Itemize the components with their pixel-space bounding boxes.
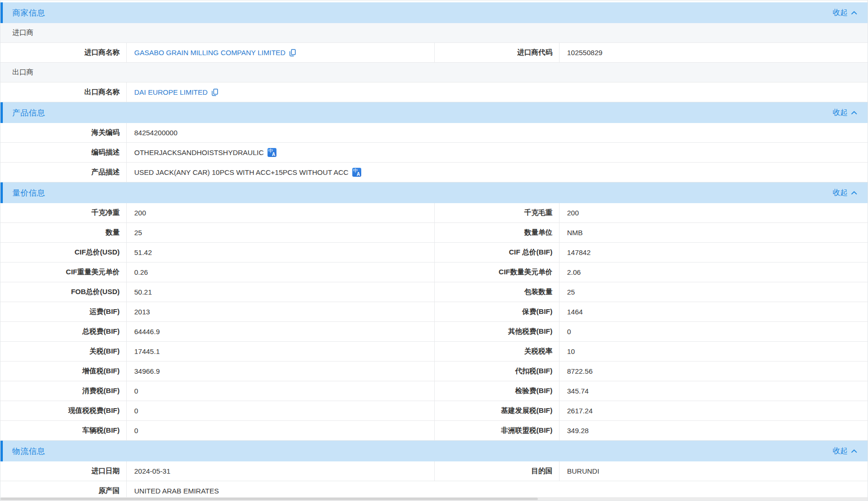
field-value: 345.74 xyxy=(567,387,589,395)
section-accent-bar xyxy=(0,182,3,203)
field-row: 增值税(BIF)34966.9代扣税(BIF)8722.56 xyxy=(0,361,868,381)
field-label: 数量单位 xyxy=(524,228,552,237)
field-row: 现值税税费(BIF)0基建发展税(BIF)2617.24 xyxy=(0,401,868,421)
field-label-cell: 关税税率 xyxy=(435,342,560,361)
translate-icon[interactable]: 中A xyxy=(352,168,361,177)
collapse-button[interactable]: 收起 xyxy=(833,188,857,198)
field-label: 编码描述 xyxy=(91,148,120,157)
field-value-cell: 17445.1 xyxy=(127,342,435,361)
field-value: USED JACK(ANY CAR) 10PCS WITH ACC+15PCS … xyxy=(134,168,349,176)
field-value: 2.06 xyxy=(567,268,581,276)
field-value: 51.42 xyxy=(134,248,152,256)
translate-icon-en-glyph: A xyxy=(272,152,275,157)
field-value-link[interactable]: GASABO GRAIN MILLING COMPANY LIMITED xyxy=(134,49,285,57)
field-label: 总税费(BIF) xyxy=(82,327,120,336)
collapse-button[interactable]: 收起 xyxy=(833,108,857,118)
field-value: 0 xyxy=(134,407,138,415)
field-value: OTHERJACKSANDHOISTSHYDRAULIC xyxy=(134,148,264,156)
field-label-cell: 保费(BIF) xyxy=(435,302,560,321)
chevron-up-icon xyxy=(851,8,857,17)
field-label-cell: 运费(BIF) xyxy=(0,302,127,321)
field-value-cell: 2024-05-31 xyxy=(127,461,435,481)
field-value-cell: GASABO GRAIN MILLING COMPANY LIMITED xyxy=(127,43,435,62)
field-value: 10 xyxy=(567,347,575,355)
collapse-button[interactable]: 收起 xyxy=(833,446,857,456)
field-label: 数量 xyxy=(105,228,120,237)
section-header-product: 产品信息收起 xyxy=(0,102,868,123)
field-value-link[interactable]: DAI EUROPE LIMITED xyxy=(134,88,208,96)
field-row: 海关编码84254200000 xyxy=(0,123,868,143)
field-label-cell: CIF重量美元单价 xyxy=(0,263,127,282)
horizontal-scrollbar[interactable] xyxy=(0,497,868,501)
field-value-cell: 147842 xyxy=(560,243,868,262)
field-label: 车辆税(BIF) xyxy=(82,426,120,435)
field-label: 目的国 xyxy=(531,467,552,476)
field-value: 0 xyxy=(134,387,138,395)
field-value: 25 xyxy=(134,229,142,237)
field-label-cell: 增值税(BIF) xyxy=(0,361,127,381)
scrollbar-thumb[interactable] xyxy=(0,498,538,500)
chevron-up-icon xyxy=(851,108,857,117)
field-row: 车辆税(BIF)0非洲联盟税(BIF)349.28 xyxy=(0,421,868,441)
section-merchant: 商家信息收起进口商进口商名称GASABO GRAIN MILLING COMPA… xyxy=(0,2,868,102)
field-label-cell: 进口商代码 xyxy=(435,43,560,62)
field-value: 17445.1 xyxy=(134,347,160,355)
field-label: 产品描述 xyxy=(91,168,120,177)
collapse-button[interactable]: 收起 xyxy=(833,8,857,18)
field-value: 50.21 xyxy=(134,288,152,296)
field-value-cell: 2617.24 xyxy=(560,401,868,420)
field-value: 0.26 xyxy=(134,268,148,276)
field-row: 编码描述OTHERJACKSANDHOISTSHYDRAULIC中A xyxy=(0,143,868,163)
field-value: 34966.9 xyxy=(134,367,160,375)
section-accent-bar xyxy=(0,2,3,23)
field-label-cell: 关税(BIF) xyxy=(0,342,127,361)
translate-icon[interactable]: 中A xyxy=(268,148,276,157)
field-label-cell: 车辆税(BIF) xyxy=(0,421,127,440)
field-label: 原产国 xyxy=(98,486,120,495)
field-label-cell: 出口商名称 xyxy=(0,82,127,102)
sections-container: 商家信息收起进口商进口商名称GASABO GRAIN MILLING COMPA… xyxy=(0,2,868,501)
subsection-label: 进口商 xyxy=(12,28,33,37)
field-label: CIF总价(USD) xyxy=(74,248,120,257)
field-label: 现值税税费(BIF) xyxy=(68,406,120,415)
section-accent-bar xyxy=(0,441,3,461)
field-value: 200 xyxy=(567,209,579,217)
field-label-cell: 包装数量 xyxy=(435,282,560,302)
field-label-cell: 其他税费(BIF) xyxy=(435,322,560,341)
field-label: CIF数量美元单价 xyxy=(499,268,552,277)
field-row: 数量25数量单位NMB xyxy=(0,223,868,243)
chevron-up-icon xyxy=(851,189,857,197)
field-label: 千克净重 xyxy=(91,208,120,217)
field-row: 千克净重200千克毛重200 xyxy=(0,203,868,223)
chevron-up-icon xyxy=(851,447,857,455)
section-title: 产品信息 xyxy=(12,107,45,118)
field-value-cell: 25 xyxy=(127,223,435,242)
field-label-cell: 数量单位 xyxy=(435,223,560,242)
field-value: 147842 xyxy=(567,248,591,256)
field-label-cell: 编码描述 xyxy=(0,143,127,162)
field-value-cell: 8722.56 xyxy=(560,361,868,381)
section-header-merchant: 商家信息收起 xyxy=(0,2,868,23)
field-value: NMB xyxy=(567,229,583,237)
field-label-cell: 消费税(BIF) xyxy=(0,381,127,401)
field-row: 关税(BIF)17445.1关税税率10 xyxy=(0,342,868,361)
field-value-cell: 2.06 xyxy=(560,263,868,282)
field-label: 保费(BIF) xyxy=(522,307,552,316)
field-label-cell: 现值税税费(BIF) xyxy=(0,401,127,420)
copy-icon[interactable] xyxy=(289,49,296,57)
field-row: CIF重量美元单价0.26CIF数量美元单价2.06 xyxy=(0,263,868,282)
field-label-cell: 产品描述 xyxy=(0,163,127,182)
field-label: 代扣税(BIF) xyxy=(515,367,552,376)
field-value: 1464 xyxy=(567,308,583,316)
section-accent-bar xyxy=(0,102,3,123)
field-value: BURUNDI xyxy=(567,467,599,475)
field-row: 运费(BIF)2013保费(BIF)1464 xyxy=(0,302,868,322)
field-label: 运费(BIF) xyxy=(89,307,120,316)
field-label: 进口商代码 xyxy=(517,48,552,57)
field-value: 2013 xyxy=(134,308,150,316)
section-logistics: 物流信息收起进口日期2024-05-31目的国BURUNDI原产国UNITED … xyxy=(0,441,868,501)
field-value-cell: 0.26 xyxy=(127,263,435,282)
field-value: 2617.24 xyxy=(567,407,592,415)
section-title: 商家信息 xyxy=(12,8,45,18)
copy-icon[interactable] xyxy=(211,89,218,96)
